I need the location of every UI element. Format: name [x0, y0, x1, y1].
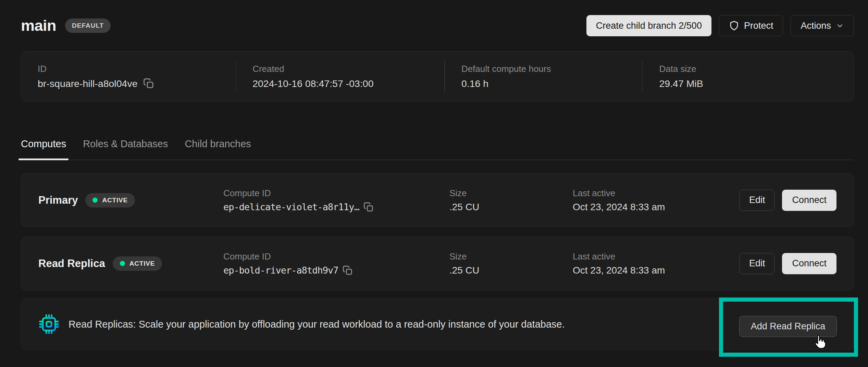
compute-id-value: ep-bold-river-a8tdh9v7	[223, 265, 338, 276]
default-badge: DEFAULT	[65, 18, 111, 33]
copy-icon	[143, 78, 154, 89]
branch-id-value: br-square-hill-a8ol04ve	[38, 78, 138, 89]
size-value: .25 CU	[449, 202, 573, 213]
cpu-chip-icon	[38, 314, 60, 335]
add-read-replica-button[interactable]: Add Read Replica	[739, 316, 837, 337]
page-title: main	[21, 17, 56, 35]
compute-id-label: Compute ID	[223, 251, 449, 262]
read-replica-banner-text: Read Replicas: Scale your application by…	[69, 319, 565, 330]
compute-row-read-replica: Read Replica ACTIVE Compute ID ep-bold-r…	[21, 237, 854, 290]
page-header: main DEFAULT Create child branch 2/500 P…	[21, 15, 854, 36]
last-active-value: Oct 23, 2024 8:33 am	[573, 202, 740, 213]
info-field-id: ID br-square-hill-a8ol04ve	[21, 52, 236, 101]
compute-id-label: Compute ID	[223, 188, 449, 199]
header-actions: Create child branch 2/500 Protect Action…	[586, 15, 854, 36]
branch-info-card: ID br-square-hill-a8ol04ve Created 2024-…	[21, 51, 854, 101]
created-value: 2024-10-16 08:47:57 -03:00	[252, 78, 444, 89]
status-badge: ACTIVE	[85, 193, 135, 207]
copy-branch-id-button[interactable]	[143, 78, 154, 89]
active-tab-underline	[18, 159, 69, 160]
last-active-value: Oct 23, 2024 8:33 am	[573, 265, 740, 276]
compute-hours-label: Default compute hours	[461, 64, 642, 74]
tab-roles-databases-label: Roles & Databases	[83, 138, 168, 149]
branch-title-group: main DEFAULT	[21, 17, 111, 35]
compute-id-value: ep-delicate-violet-a8r11y…	[223, 202, 359, 212]
copy-compute-id-button[interactable]	[363, 202, 374, 212]
data-size-value: 29.47 MiB	[659, 78, 854, 89]
tab-computes[interactable]: Computes	[21, 137, 66, 160]
status-badge: ACTIVE	[113, 256, 162, 271]
tab-computes-label: Computes	[21, 138, 66, 149]
copy-icon	[363, 202, 374, 212]
shield-icon	[729, 21, 739, 31]
data-size-label: Data size	[659, 64, 854, 74]
protect-button-label: Protect	[744, 21, 773, 31]
connect-button[interactable]: Connect	[782, 253, 836, 274]
status-text: ACTIVE	[102, 197, 127, 204]
info-field-compute-hours: Default compute hours 0.16 h	[445, 52, 642, 101]
tab-child-branches[interactable]: Child branches	[185, 137, 251, 160]
size-label: Size	[449, 251, 573, 262]
tab-child-branches-label: Child branches	[185, 138, 251, 149]
status-dot-icon	[92, 198, 98, 203]
created-label: Created	[252, 64, 444, 74]
read-replica-banner: Read Replicas: Scale your application by…	[21, 299, 854, 350]
status-dot-icon	[120, 261, 125, 266]
id-label: ID	[38, 64, 236, 74]
status-text: ACTIVE	[129, 260, 155, 267]
compute-name: Read Replica	[38, 257, 105, 270]
copy-compute-id-button[interactable]	[343, 265, 353, 276]
compute-name: Primary	[38, 194, 78, 206]
edit-button[interactable]: Edit	[740, 190, 775, 211]
last-active-label: Last active	[573, 188, 740, 199]
actions-button[interactable]: Actions	[791, 15, 854, 36]
info-field-data-size: Data size 29.47 MiB	[643, 52, 854, 101]
compute-hours-value: 0.16 h	[461, 78, 642, 89]
protect-button[interactable]: Protect	[719, 15, 783, 36]
chevron-down-icon	[836, 22, 844, 30]
create-child-branch-button[interactable]: Create child branch 2/500	[586, 15, 711, 36]
tab-bar: Computes Roles & Databases Child branche…	[21, 137, 854, 160]
info-field-created: Created 2024-10-16 08:47:57 -03:00	[236, 52, 444, 101]
copy-icon	[343, 265, 353, 276]
connect-button[interactable]: Connect	[782, 190, 836, 211]
size-label: Size	[449, 188, 573, 199]
edit-button[interactable]: Edit	[740, 253, 775, 274]
actions-button-label: Actions	[801, 21, 831, 31]
last-active-label: Last active	[573, 251, 740, 262]
tab-roles-databases[interactable]: Roles & Databases	[83, 137, 168, 160]
size-value: .25 CU	[449, 265, 573, 276]
compute-row-primary: Primary ACTIVE Compute ID ep-delicate-vi…	[21, 173, 854, 227]
